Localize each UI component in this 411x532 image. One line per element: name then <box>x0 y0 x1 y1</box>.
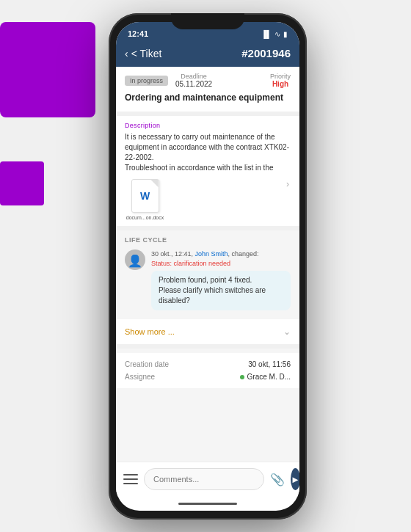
send-icon: ► <box>291 474 299 485</box>
creation-date-value: 30 okt, 11:56 <box>248 360 291 368</box>
top-card: In progress Deadline 05.11.2022 Priority… <box>116 67 299 112</box>
creation-date-label: Creation date <box>125 360 169 368</box>
back-label: < Tiket <box>131 48 162 59</box>
file-attachment[interactable]: W docum...on.docx <box>125 179 165 220</box>
menu-line-3 <box>123 483 138 484</box>
attach-button[interactable]: 📎 <box>270 469 285 489</box>
online-indicator <box>240 375 244 379</box>
status-time: 12:41 <box>128 29 148 38</box>
paperclip-icon: 📎 <box>270 473 285 487</box>
description-card[interactable]: Description It is necessary to carry out… <box>116 116 299 226</box>
lifecycle-author: John Smith <box>195 250 228 258</box>
file-name: docum...on.docx <box>126 215 164 220</box>
lifecycle-action-prefix: , changed: <box>228 250 259 258</box>
lifecycle-message: Problem found, point 4 fixed. Please cla… <box>151 271 291 310</box>
status-icons: ▐▌ ∿ ▮ <box>261 30 288 38</box>
separator-3 <box>116 344 299 349</box>
expand-arrow-icon[interactable]: › <box>286 179 289 189</box>
status-badge: In progress <box>125 76 168 86</box>
assignee-value: Grace M. D... <box>240 373 291 381</box>
assignee-row: Assignee Grace M. D... <box>125 373 291 381</box>
purple-decoration-1 <box>0 22 95 117</box>
priority-label: Priority <box>270 73 291 80</box>
show-more-row[interactable]: Show more ... ⌄ <box>116 319 299 344</box>
word-logo-icon: W <box>140 190 150 202</box>
priority-block: Priority High <box>270 73 291 88</box>
deadline-block: Deadline 05.11.2022 <box>175 73 212 88</box>
bottom-bar: 📎 ► <box>116 462 299 496</box>
description-text: It is necessary to carry out maintenance… <box>125 132 291 173</box>
phone-notch <box>171 13 244 29</box>
menu-line-2 <box>123 478 138 480</box>
battery-icon: ▮ <box>283 30 288 38</box>
deadline-label: Deadline <box>181 73 207 80</box>
nav-bar: ‹ < Tiket #2001946 <box>116 43 299 67</box>
lifecycle-label: LIFE CYCLE <box>125 236 291 244</box>
assignee-label: Assignee <box>125 373 155 381</box>
person-icon: 👤 <box>128 255 142 267</box>
home-bar <box>178 503 237 505</box>
content-area: In progress Deadline 05.11.2022 Priority… <box>116 67 299 462</box>
lifecycle-item: 👤 30 okt., 12:41, John Smith, changed: S… <box>125 249 291 310</box>
lifecycle-content: 30 okt., 12:41, John Smith, changed: Sta… <box>151 249 291 310</box>
lifecycle-section: LIFE CYCLE 👤 30 okt., 12:41, John Smith,… <box>116 230 299 319</box>
lifecycle-timestamp: 30 okt., 12:41, <box>151 250 195 258</box>
back-button[interactable]: ‹ < Tiket <box>125 48 161 59</box>
ticket-number: #2001946 <box>241 47 291 59</box>
avatar: 👤 <box>125 249 145 270</box>
back-arrow-icon: ‹ <box>125 48 128 59</box>
status-row: In progress Deadline 05.11.2022 Priority… <box>125 73 291 88</box>
home-indicator <box>116 496 299 511</box>
phone-screen: 12:41 ▐▌ ∿ ▮ ‹ < Tiket #2001946 <box>116 22 299 511</box>
lifecycle-meta: 30 okt., 12:41, John Smith, changed: Sta… <box>151 249 291 268</box>
purple-decoration-2 <box>0 161 44 205</box>
comment-input[interactable] <box>144 468 264 490</box>
phone-frame: 12:41 ▐▌ ∿ ▮ ‹ < Tiket #2001946 <box>109 13 307 520</box>
creation-date-row: Creation date 30 okt, 11:56 <box>125 360 291 368</box>
ticket-title: Ordering and maintenance equipment <box>125 92 291 103</box>
menu-line-1 <box>123 474 138 475</box>
file-icon: W <box>131 179 159 213</box>
description-label: Description <box>125 122 291 129</box>
signal-icon: ▐▌ <box>261 30 272 38</box>
chevron-down-icon: ⌄ <box>283 327 291 337</box>
lifecycle-message-line1: Problem found, point 4 fixed. <box>159 276 252 284</box>
menu-button[interactable] <box>123 468 138 490</box>
assignee-name: Grace M. D... <box>247 373 291 381</box>
scene: 12:41 ▐▌ ∿ ▮ ‹ < Tiket #2001946 <box>0 0 411 532</box>
wifi-icon: ∿ <box>274 30 280 38</box>
lifecycle-message-line2: Please clarify which switches are disabl… <box>159 286 266 305</box>
show-more-text[interactable]: Show more ... <box>125 327 175 336</box>
send-button[interactable]: ► <box>291 468 299 490</box>
lifecycle-status-change: Status: clarification needed <box>151 260 230 267</box>
priority-value: High <box>272 80 288 88</box>
deadline-value: 05.11.2022 <box>175 80 212 88</box>
creation-section: Creation date 30 okt, 11:56 Assignee Gra… <box>116 353 299 388</box>
